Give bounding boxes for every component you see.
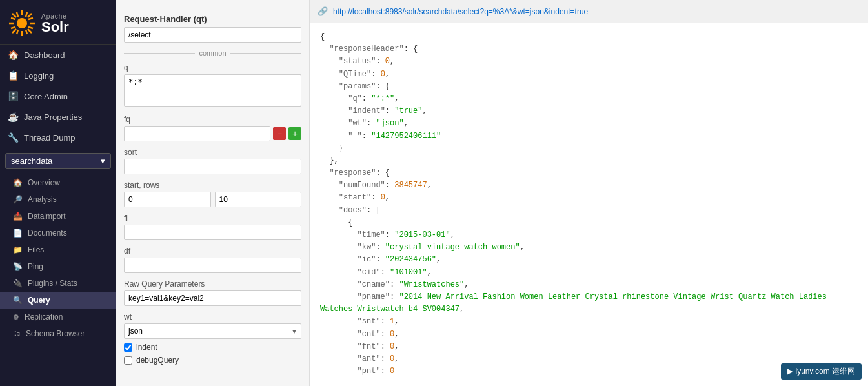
df-label: df <box>124 247 301 256</box>
sort-label: sort <box>124 148 301 157</box>
sub-label-analysis: Analysis <box>28 195 57 204</box>
indent-label: indent <box>136 343 157 352</box>
core-selector[interactable]: searchdata ▾ <box>5 153 111 169</box>
sidebar-label-dashboard: Dashboard <box>24 50 65 60</box>
logo-text: Apache Solr <box>41 13 69 34</box>
sidebar-item-core-admin[interactable]: 🗄️ Core Admin <box>0 86 116 107</box>
start-rows-row <box>124 192 301 207</box>
svg-point-0 <box>17 18 27 28</box>
rows-input[interactable] <box>215 192 302 207</box>
core-selector-dropdown-icon: ▾ <box>101 156 105 166</box>
sort-input[interactable] <box>124 159 301 174</box>
ping-icon: 📡 <box>13 262 23 271</box>
svg-line-12 <box>11 27 15 28</box>
raw-input[interactable] <box>124 290 301 306</box>
files-icon: 📁 <box>13 245 23 254</box>
svg-line-8 <box>12 29 16 33</box>
handler-label: Request-Handler (qt) <box>124 14 301 24</box>
url-bar-link[interactable]: http://localhost:8983/solr/searchdata/se… <box>333 7 588 16</box>
documents-icon: 📄 <box>13 229 23 238</box>
indent-checkbox[interactable] <box>124 343 132 352</box>
sidebar: Apache Solr 🏠 Dashboard 📋 Logging 🗄️ Cor… <box>0 0 116 386</box>
sub-label-ping: Ping <box>28 262 43 271</box>
sidebar-item-dashboard[interactable]: 🏠 Dashboard <box>0 45 116 65</box>
wt-select[interactable]: json xml csv php ruby python <box>124 323 301 339</box>
url-bar: 🔗 http://localhost:8983/solr/searchdata/… <box>310 0 868 23</box>
sidebar-sub-replication[interactable]: ⚙ Replication <box>0 309 116 325</box>
replication-icon: ⚙ <box>13 313 19 321</box>
svg-line-16 <box>26 30 27 34</box>
query-form-panel: Request-Handler (qt) common q fq − + sor… <box>116 0 310 386</box>
java-icon: ☕ <box>8 112 19 122</box>
dataimport-icon: 📥 <box>13 212 23 221</box>
sub-label-plugins: Plugins / Stats <box>28 279 77 288</box>
q-input[interactable] <box>124 74 301 107</box>
svg-line-5 <box>12 14 16 17</box>
fq-input[interactable] <box>124 126 270 141</box>
start-input[interactable] <box>124 192 211 207</box>
wt-select-wrapper: json xml csv php ruby python <box>124 323 301 339</box>
overview-icon: 🏠 <box>13 178 23 187</box>
logging-icon: 📋 <box>8 70 19 81</box>
fq-label: fq <box>124 115 301 124</box>
common-divider: common <box>124 49 301 57</box>
sub-label-dataimport: Dataimport <box>28 212 66 221</box>
df-input[interactable] <box>124 258 301 273</box>
sidebar-label-java: Java Properties <box>24 112 82 122</box>
svg-line-9 <box>17 12 18 17</box>
solr-logo-icon <box>8 9 36 37</box>
query-icon: 🔍 <box>13 296 23 305</box>
analysis-icon: 🔎 <box>13 195 23 204</box>
sidebar-item-logging[interactable]: 📋 Logging <box>0 65 116 86</box>
svg-line-13 <box>28 18 33 19</box>
sub-label-files: Files <box>28 245 44 254</box>
sidebar-item-thread-dump[interactable]: 🔧 Thread Dump <box>0 127 116 148</box>
indent-row: indent <box>124 343 301 352</box>
sub-label-schema: Schema Browser <box>26 329 85 338</box>
debug-label: debugQuery <box>136 356 179 365</box>
url-bar-icon: 🔗 <box>318 6 328 16</box>
svg-line-11 <box>11 18 15 19</box>
fq-add-button[interactable]: + <box>288 127 301 140</box>
core-admin-icon: 🗄️ <box>8 91 19 101</box>
svg-line-7 <box>28 14 32 17</box>
schema-icon: 🗂 <box>13 329 21 338</box>
sidebar-sub-dataimport[interactable]: 📥 Dataimport <box>0 208 116 225</box>
sidebar-sub-documents[interactable]: 📄 Documents <box>0 225 116 241</box>
solr-label: Solr <box>41 20 69 34</box>
sub-label-query: Query <box>28 296 50 305</box>
debug-checkbox[interactable] <box>124 356 132 365</box>
svg-line-14 <box>28 27 33 28</box>
thread-icon: 🔧 <box>8 132 19 143</box>
q-label: q <box>124 63 301 72</box>
raw-label: Raw Query Parameters <box>124 279 301 289</box>
handler-input[interactable] <box>124 27 301 43</box>
sub-label-documents: Documents <box>28 229 67 238</box>
response-panel: 🔗 http://localhost:8983/solr/searchdata/… <box>310 0 868 386</box>
svg-line-6 <box>28 29 32 33</box>
sidebar-label-thread: Thread Dump <box>24 133 75 143</box>
fq-row: − + <box>124 126 301 141</box>
core-selector-value: searchdata <box>11 156 52 166</box>
dashboard-icon: 🏠 <box>8 50 19 60</box>
fl-label: fl <box>124 214 301 223</box>
svg-line-15 <box>17 30 18 34</box>
fl-input[interactable] <box>124 225 301 240</box>
fq-remove-button[interactable]: − <box>273 127 286 140</box>
sidebar-item-java-properties[interactable]: ☕ Java Properties <box>0 107 116 127</box>
sidebar-label-core-admin: Core Admin <box>24 92 68 101</box>
watermark-text: iyunv.com 运维网 <box>796 367 855 376</box>
watermark-icon: ▶ <box>787 367 795 376</box>
svg-line-10 <box>26 12 27 17</box>
sidebar-sub-overview[interactable]: 🏠 Overview <box>0 174 116 191</box>
sidebar-sub-analysis[interactable]: 🔎 Analysis <box>0 191 116 208</box>
sidebar-sub-files[interactable]: 📁 Files <box>0 241 116 258</box>
sidebar-label-logging: Logging <box>24 71 54 81</box>
sidebar-sub-ping[interactable]: 📡 Ping <box>0 258 116 275</box>
sidebar-sub-plugins[interactable]: 🔌 Plugins / Stats <box>0 275 116 292</box>
sidebar-sub-query[interactable]: 🔍 Query <box>0 292 116 309</box>
plugins-icon: 🔌 <box>13 279 23 288</box>
sidebar-sub-schema[interactable]: 🗂 Schema Browser <box>0 325 116 342</box>
start-rows-label: start, rows <box>124 181 301 190</box>
debug-row: debugQuery <box>124 356 301 365</box>
